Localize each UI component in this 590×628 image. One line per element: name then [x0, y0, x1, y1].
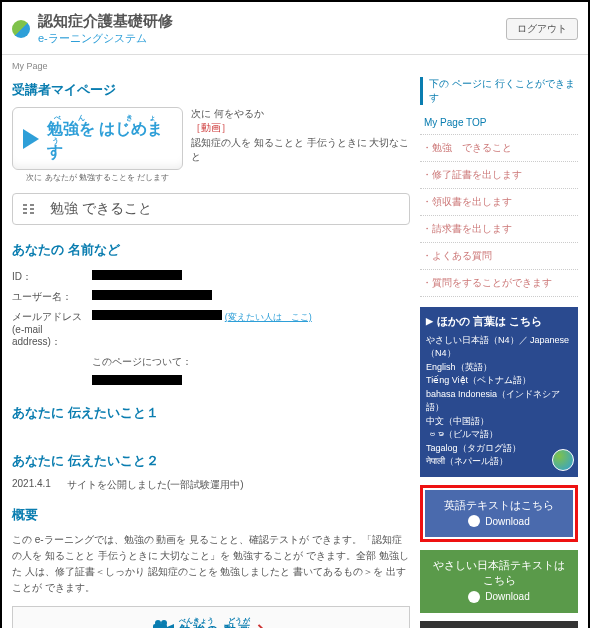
- sidebar-item-study[interactable]: 勉強 できること: [420, 135, 578, 162]
- study-available-button[interactable]: 勉強 できること: [12, 193, 410, 225]
- site-subtitle: e-ラーニングシステム: [38, 31, 173, 46]
- sidebar-item-faq[interactable]: よくある質問: [420, 243, 578, 270]
- username-value: [92, 290, 212, 300]
- news-text: サイトを公開しました(一部試験運用中): [67, 478, 244, 492]
- language-heading: ほかの 言葉は こちら: [426, 313, 572, 330]
- id-value: [92, 270, 182, 280]
- sidebar-nav: My Page TOP 勉強 できること 修了証書を出します 領収書を出します …: [420, 111, 578, 297]
- list-icon: [23, 204, 34, 214]
- highlight-english-text: 英語テキストはこちら Download: [420, 485, 578, 543]
- news-date: 2021.4.1: [12, 478, 51, 492]
- message2-heading: あなたに 伝えたいこと２: [12, 452, 410, 470]
- site-title: 認知症介護基礎研修: [38, 12, 173, 31]
- svg-point-1: [155, 620, 161, 626]
- logout-button[interactable]: ログアウト: [506, 18, 578, 40]
- globe-icon: [552, 449, 574, 471]
- breadcrumb: My Page: [12, 61, 578, 71]
- download-label: Download: [468, 515, 529, 527]
- sidebar-item-ask[interactable]: 質問をすることができます: [420, 270, 578, 297]
- download-label: Download: [468, 591, 529, 603]
- card-title: やさしい日本語テキストはこちら: [428, 558, 570, 587]
- lang-line[interactable]: Tiếng Việt（ベトナム語）: [426, 374, 572, 388]
- email-label: メールアドレス (e-mail address)：: [12, 310, 92, 349]
- profile-heading: あなたの 名前など: [12, 241, 410, 259]
- overview-text: この e-ラーニングでは、勉強の 動画を 見ることと、確認テストが できます。「…: [12, 532, 410, 596]
- lang-line[interactable]: ဗမာ（ビルマ語）: [426, 428, 572, 442]
- news-row: 2021.4.1 サイトを公開しました(一部試験運用中): [12, 478, 410, 492]
- next-lesson-block: 次に 何をやるか ［動画］ 認知症の人を 知ることと 手伝うときに 大切なこと: [191, 107, 410, 164]
- card-title: 英語テキストはこちら: [433, 498, 565, 513]
- start-study-label: 勉強を はじめますべん きょう: [47, 114, 172, 163]
- overview-heading: 概要: [12, 506, 410, 524]
- change-email-link[interactable]: (変えたい人は ここ): [225, 312, 312, 322]
- page-title: 受講者マイページ: [12, 81, 410, 99]
- email-value: [92, 310, 222, 320]
- lang-line[interactable]: नेपाली（ネパール語）: [426, 455, 572, 469]
- download-manual[interactable]: やさしい日本語操作マニュアル Download: [420, 621, 578, 628]
- sidebar-item-invoice[interactable]: 請求書を出します: [420, 216, 578, 243]
- lang-line[interactable]: 中文（中国語）: [426, 415, 572, 429]
- sidebar-item-receipt[interactable]: 領収書を出します: [420, 189, 578, 216]
- page-note-value: [92, 375, 182, 385]
- lang-line[interactable]: Tagalog（タガログ語）: [426, 442, 572, 456]
- message1-heading: あなたに 伝えたいこと１: [12, 404, 410, 422]
- download-english-text[interactable]: 英語テキストはこちら Download: [425, 490, 573, 538]
- lang-line[interactable]: やさしい日本語（N4）／ Japanese（N4）: [426, 334, 572, 361]
- sidebar-item-mypage-top[interactable]: My Page TOP: [420, 111, 578, 135]
- download-easy-japanese-text[interactable]: やさしい日本語テキストはこちら Download: [420, 550, 578, 612]
- flow-diagram: 勉強の 動画べんきょう どう が ↘ 確認テストかく にん て す と ⇄ 復習…: [12, 606, 410, 628]
- video-camera-icon: [153, 619, 175, 628]
- start-study-button[interactable]: 勉強を はじめますべん きょう: [12, 107, 183, 170]
- svg-point-2: [161, 620, 167, 626]
- arrow-right-icon: ↘: [256, 619, 269, 629]
- id-label: ID：: [12, 270, 92, 284]
- page-note-label: このページについて：: [92, 355, 410, 369]
- sidebar-item-certificate[interactable]: 修了証書を出します: [420, 162, 578, 189]
- language-box: ほかの 言葉は こちら やさしい日本語（N4）／ Japanese（N4） En…: [420, 307, 578, 477]
- logo-icon: [12, 20, 30, 38]
- study-available-label: 勉強 できること: [50, 200, 152, 218]
- brand: 認知症介護基礎研修 e-ラーニングシステム: [12, 12, 173, 46]
- next-desc: 認知症の人を 知ることと 手伝うときに 大切なこと: [191, 136, 410, 165]
- movie-tag: ［動画］: [191, 121, 410, 135]
- start-study-subtext: 次に あなたが 勉強することを だします: [12, 172, 183, 183]
- next-label: 次に 何をやるか: [191, 107, 410, 121]
- lang-line[interactable]: English（英語）: [426, 361, 572, 375]
- flow-video: 勉強の 動画べんきょう どう が: [153, 617, 251, 628]
- play-icon: [23, 129, 39, 149]
- lang-line[interactable]: bahasa Indonesia（インドネシア語）: [426, 388, 572, 415]
- sidebar-heading: 下の ページに 行くことができます: [420, 77, 578, 105]
- username-label: ユーザー名：: [12, 290, 92, 304]
- profile-block: ID： ユーザー名： メールアドレス (e-mail address)： (変え…: [12, 267, 410, 390]
